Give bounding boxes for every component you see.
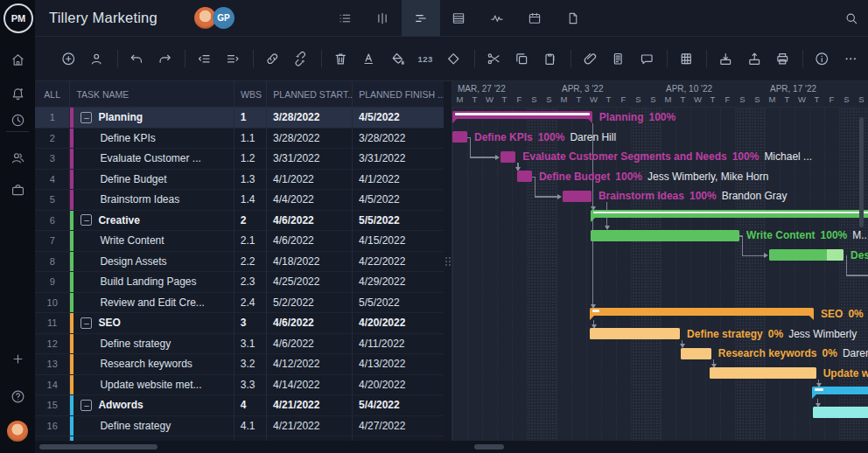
view-tab-activity[interactable] bbox=[478, 0, 516, 36]
cell-row-number: 3 bbox=[35, 149, 70, 169]
table-row[interactable]: 16Define strategy4.14/21/20224/27/2022 bbox=[35, 416, 447, 437]
table-row[interactable]: 13Research keywords3.24/12/20224/13/2022 bbox=[35, 354, 447, 375]
font-color-icon[interactable] bbox=[358, 48, 379, 70]
table-row[interactable]: 4Define Budget1.34/1/20224/1/2022 bbox=[35, 170, 447, 191]
collapse-icon[interactable]: – bbox=[80, 317, 92, 329]
cell-task-name[interactable]: Evaluate Customer ... bbox=[70, 149, 234, 169]
search-icon[interactable] bbox=[844, 0, 859, 36]
gantt-bar-row12[interactable] bbox=[590, 328, 680, 339]
table-row[interactable]: 7Write Content2.14/6/20224/15/2022 bbox=[35, 231, 447, 252]
copy-icon[interactable] bbox=[511, 48, 532, 70]
cell-task-name[interactable]: Build Landing Pages bbox=[70, 272, 234, 292]
gantt-bar-row14[interactable] bbox=[710, 367, 816, 379]
more-options-icon[interactable] bbox=[840, 48, 861, 70]
gantt-bar-row5[interactable] bbox=[563, 191, 592, 202]
help-icon[interactable] bbox=[0, 381, 35, 411]
cell-task-name[interactable]: –Planning bbox=[70, 108, 234, 128]
table-row[interactable]: 11–SEO34/6/20224/20/2022 bbox=[35, 313, 447, 334]
collapse-icon[interactable]: – bbox=[80, 214, 92, 226]
view-tab-sheet[interactable] bbox=[440, 0, 479, 36]
gantt-bar-row6[interactable] bbox=[591, 210, 868, 218]
cell-task-name[interactable]: –Creative bbox=[70, 211, 234, 231]
gantt-bar-row16[interactable] bbox=[813, 407, 868, 418]
print-icon[interactable] bbox=[772, 48, 793, 70]
team-icon[interactable] bbox=[0, 143, 35, 172]
table-row[interactable]: 8Design Assets2.24/18/20224/22/2022 bbox=[35, 252, 447, 273]
number-format-icon[interactable]: 123 bbox=[415, 48, 436, 70]
fill-color-icon[interactable] bbox=[387, 48, 408, 70]
add-icon[interactable] bbox=[0, 344, 35, 373]
cell-task-name[interactable]: Research keywords bbox=[70, 354, 234, 374]
view-tab-gantt[interactable] bbox=[402, 0, 440, 36]
collapse-icon[interactable]: – bbox=[80, 400, 92, 411]
table-gantt-splitter[interactable] bbox=[444, 81, 452, 441]
gantt-bar-row4[interactable] bbox=[517, 171, 532, 182]
task-color-strip bbox=[70, 395, 74, 415]
attach-file-icon[interactable] bbox=[579, 48, 600, 70]
gantt-bar-row8[interactable] bbox=[769, 249, 844, 261]
link-tasks-icon[interactable] bbox=[262, 48, 283, 70]
view-tab-calendar[interactable] bbox=[516, 0, 555, 36]
table-row[interactable]: 6–Creative24/6/20225/5/2022 bbox=[35, 211, 447, 232]
gantt-vscrollbar-thumb[interactable] bbox=[859, 117, 864, 227]
view-tab-board[interactable] bbox=[364, 0, 402, 36]
cut-icon[interactable] bbox=[483, 48, 504, 70]
home-icon[interactable] bbox=[0, 45, 35, 74]
table-row[interactable]: 15–Adwords44/21/20225/4/2022 bbox=[35, 395, 447, 416]
cell-task-name[interactable]: Define KPIs bbox=[70, 129, 234, 149]
table-row[interactable]: 9Build Landing Pages2.34/25/20224/29/202… bbox=[35, 272, 447, 293]
cell-task-name[interactable]: Review and Edit Cre... bbox=[70, 293, 234, 313]
cell-task-name[interactable]: –Adwords bbox=[70, 395, 234, 415]
export-icon[interactable] bbox=[744, 48, 765, 70]
view-tab-document[interactable] bbox=[554, 0, 592, 36]
milestone-icon[interactable] bbox=[443, 48, 464, 70]
portfolio-icon[interactable] bbox=[0, 175, 35, 205]
gantt-bar-row15[interactable] bbox=[812, 387, 868, 394]
redo-icon[interactable] bbox=[154, 48, 175, 70]
notes-icon[interactable] bbox=[607, 48, 628, 70]
gantt-bar-row7[interactable] bbox=[591, 230, 739, 241]
gantt-bar-row11[interactable] bbox=[590, 308, 814, 316]
cell-task-name[interactable]: Define Budget bbox=[70, 170, 234, 190]
cell-task-name[interactable]: Define strategy bbox=[70, 416, 234, 436]
comment-icon[interactable] bbox=[636, 48, 657, 70]
cell-task-name[interactable]: –SEO bbox=[70, 313, 234, 333]
cell-task-name[interactable]: Brainstorm Ideas bbox=[70, 190, 234, 210]
info-icon[interactable] bbox=[811, 48, 832, 70]
assign-user-icon[interactable] bbox=[86, 48, 107, 70]
gantt-bar-row2[interactable] bbox=[452, 131, 467, 143]
cell-task-name[interactable]: Define strategy bbox=[70, 334, 234, 354]
indent-icon[interactable] bbox=[222, 48, 243, 70]
table-row[interactable]: 1–Planning13/28/20224/5/2022 bbox=[35, 108, 447, 129]
gantt-bar-row13[interactable] bbox=[681, 348, 711, 359]
table-row[interactable]: 5Brainstorm Ideas1.44/4/20224/5/2022 bbox=[35, 190, 447, 211]
user-avatar[interactable] bbox=[7, 421, 28, 442]
unlink-tasks-icon[interactable] bbox=[290, 48, 312, 70]
table-hscrollbar-thumb[interactable] bbox=[39, 444, 158, 450]
table-row[interactable]: 2Define KPIs1.13/28/20223/28/2022 bbox=[35, 129, 447, 150]
table-row[interactable]: 3Evaluate Customer ...1.23/31/20223/31/2… bbox=[35, 149, 447, 170]
undo-icon[interactable] bbox=[126, 48, 147, 70]
delete-icon[interactable] bbox=[330, 48, 351, 70]
cell-task-name[interactable]: Write Content bbox=[70, 231, 234, 251]
columns-icon[interactable] bbox=[676, 48, 696, 70]
notifications-icon[interactable] bbox=[0, 79, 35, 108]
gantt-hscrollbar-thumb[interactable] bbox=[474, 444, 504, 450]
outdent-icon[interactable] bbox=[193, 48, 214, 70]
gantt-bar-row1[interactable] bbox=[452, 111, 592, 119]
app-logo[interactable]: PM bbox=[4, 3, 33, 33]
member-avatar-initials[interactable]: GP bbox=[213, 7, 234, 29]
view-tab-list[interactable] bbox=[326, 0, 364, 36]
gantt-bar-row3[interactable] bbox=[500, 151, 515, 163]
add-task-icon[interactable] bbox=[58, 48, 79, 70]
time-icon[interactable] bbox=[0, 105, 35, 135]
paste-icon[interactable] bbox=[539, 48, 560, 70]
collapse-icon[interactable]: – bbox=[80, 112, 92, 123]
table-row[interactable]: 14Update website met...3.34/14/20224/20/… bbox=[35, 375, 447, 396]
table-row[interactable]: 12Define strategy3.14/6/20224/11/2022 bbox=[35, 334, 447, 355]
bar-progress-pct: 100% bbox=[615, 171, 642, 183]
cell-task-name[interactable]: Design Assets bbox=[70, 252, 234, 272]
cell-task-name[interactable]: Update website met... bbox=[70, 375, 234, 395]
import-icon[interactable] bbox=[715, 48, 736, 70]
table-row[interactable]: 10Review and Edit Cre...2.45/2/20225/5/2… bbox=[35, 293, 447, 314]
